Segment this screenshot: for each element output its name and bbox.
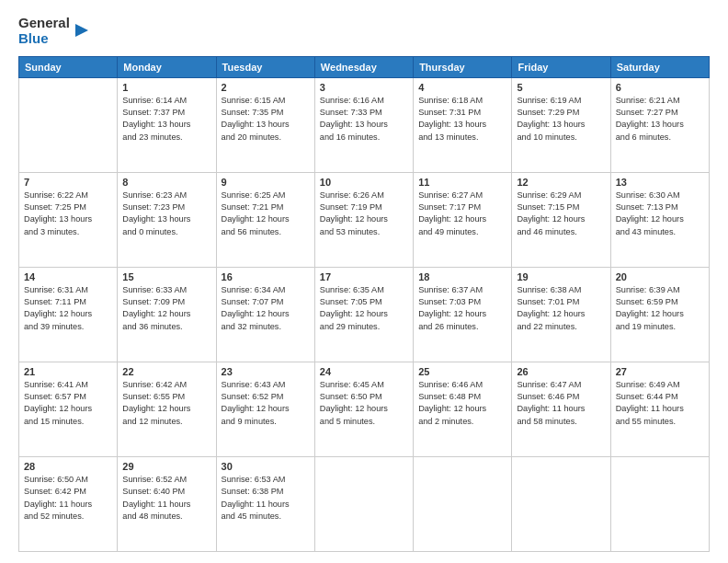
day-cell: 19Sunrise: 6:38 AM Sunset: 7:01 PM Dayli…: [512, 267, 610, 362]
day-number: 21: [24, 366, 112, 377]
day-cell: 15Sunrise: 6:33 AM Sunset: 7:09 PM Dayli…: [118, 267, 216, 362]
day-number: 11: [418, 177, 506, 188]
logo-arrow-icon: [72, 22, 88, 39]
day-cell: 9Sunrise: 6:25 AM Sunset: 7:21 PM Daylig…: [216, 172, 314, 267]
day-number: 27: [616, 366, 704, 377]
day-cell: 4Sunrise: 6:18 AM Sunset: 7:31 PM Daylig…: [414, 77, 512, 172]
day-cell: 5Sunrise: 6:19 AM Sunset: 7:29 PM Daylig…: [512, 77, 610, 172]
day-info: Sunrise: 6:30 AM Sunset: 7:13 PM Dayligh…: [616, 190, 704, 238]
day-number: 1: [122, 82, 210, 93]
day-cell: 26Sunrise: 6:47 AM Sunset: 6:46 PM Dayli…: [512, 362, 610, 456]
day-number: 5: [517, 82, 605, 93]
day-number: 30: [222, 461, 310, 472]
day-number: 26: [517, 366, 605, 377]
day-cell: 11Sunrise: 6:27 AM Sunset: 7:17 PM Dayli…: [414, 172, 512, 267]
day-info: Sunrise: 6:29 AM Sunset: 7:15 PM Dayligh…: [517, 190, 605, 238]
day-number: 19: [517, 271, 605, 282]
day-info: Sunrise: 6:26 AM Sunset: 7:19 PM Dayligh…: [320, 190, 408, 238]
header-tuesday: Tuesday: [216, 56, 314, 77]
day-info: Sunrise: 6:49 AM Sunset: 6:44 PM Dayligh…: [616, 379, 704, 428]
day-number: 29: [122, 461, 210, 472]
day-info: Sunrise: 6:45 AM Sunset: 6:50 PM Dayligh…: [320, 379, 408, 428]
header-sunday: Sunday: [19, 56, 118, 77]
day-cell: 8Sunrise: 6:23 AM Sunset: 7:23 PM Daylig…: [118, 172, 216, 267]
day-cell: 12Sunrise: 6:29 AM Sunset: 7:15 PM Dayli…: [512, 172, 610, 267]
day-number: 8: [122, 177, 210, 188]
day-info: Sunrise: 6:14 AM Sunset: 7:37 PM Dayligh…: [122, 95, 210, 144]
day-cell: 10Sunrise: 6:26 AM Sunset: 7:19 PM Dayli…: [314, 172, 413, 267]
day-cell: 16Sunrise: 6:34 AM Sunset: 7:07 PM Dayli…: [216, 267, 314, 362]
day-number: 10: [320, 177, 408, 188]
day-info: Sunrise: 6:37 AM Sunset: 7:03 PM Dayligh…: [418, 284, 506, 333]
day-cell: 28Sunrise: 6:50 AM Sunset: 6:42 PM Dayli…: [19, 456, 118, 551]
day-number: 20: [616, 271, 704, 282]
week-row-3: 14Sunrise: 6:31 AM Sunset: 7:11 PM Dayli…: [19, 267, 710, 362]
day-number: 15: [122, 271, 210, 282]
day-info: Sunrise: 6:35 AM Sunset: 7:05 PM Dayligh…: [320, 284, 408, 333]
day-cell: 3Sunrise: 6:16 AM Sunset: 7:33 PM Daylig…: [314, 77, 413, 172]
day-number: 7: [24, 177, 112, 188]
logo-graphic: General Blue: [18, 15, 88, 47]
day-number: 18: [418, 271, 506, 282]
day-number: 14: [24, 271, 112, 282]
day-cell: 25Sunrise: 6:46 AM Sunset: 6:48 PM Dayli…: [414, 362, 512, 456]
logo-text-blue: Blue: [18, 30, 70, 46]
day-info: Sunrise: 6:33 AM Sunset: 7:09 PM Dayligh…: [122, 284, 210, 333]
day-info: Sunrise: 6:41 AM Sunset: 6:57 PM Dayligh…: [24, 379, 112, 428]
day-info: Sunrise: 6:16 AM Sunset: 7:33 PM Dayligh…: [320, 95, 408, 144]
day-info: Sunrise: 6:31 AM Sunset: 7:11 PM Dayligh…: [24, 284, 112, 333]
day-info: Sunrise: 6:47 AM Sunset: 6:46 PM Dayligh…: [517, 379, 605, 428]
header-saturday: Saturday: [610, 56, 709, 77]
day-cell: 13Sunrise: 6:30 AM Sunset: 7:13 PM Dayli…: [610, 172, 709, 267]
day-number: 22: [122, 366, 210, 377]
day-cell: 18Sunrise: 6:37 AM Sunset: 7:03 PM Dayli…: [414, 267, 512, 362]
day-cell: 27Sunrise: 6:49 AM Sunset: 6:44 PM Dayli…: [610, 362, 709, 456]
header-thursday: Thursday: [414, 56, 512, 77]
day-info: Sunrise: 6:52 AM Sunset: 6:40 PM Dayligh…: [122, 474, 210, 523]
day-info: Sunrise: 6:43 AM Sunset: 6:52 PM Dayligh…: [222, 379, 310, 428]
day-cell: 1Sunrise: 6:14 AM Sunset: 7:37 PM Daylig…: [118, 77, 216, 172]
day-cell: 22Sunrise: 6:42 AM Sunset: 6:55 PM Dayli…: [118, 362, 216, 456]
logo-text-general: General: [18, 15, 70, 30]
day-info: Sunrise: 6:19 AM Sunset: 7:29 PM Dayligh…: [517, 95, 605, 144]
calendar-header-row: SundayMondayTuesdayWednesdayThursdayFrid…: [19, 56, 710, 77]
day-cell: 21Sunrise: 6:41 AM Sunset: 6:57 PM Dayli…: [19, 362, 118, 456]
week-row-2: 7Sunrise: 6:22 AM Sunset: 7:25 PM Daylig…: [19, 172, 710, 267]
day-number: 6: [616, 82, 704, 93]
day-number: 12: [517, 177, 605, 188]
calendar-table: SundayMondayTuesdayWednesdayThursdayFrid…: [18, 56, 710, 553]
day-cell: [610, 456, 709, 551]
day-number: 13: [616, 177, 704, 188]
day-number: 16: [222, 271, 310, 282]
day-number: 4: [418, 82, 506, 93]
day-info: Sunrise: 6:46 AM Sunset: 6:48 PM Dayligh…: [418, 379, 506, 428]
day-info: Sunrise: 6:50 AM Sunset: 6:42 PM Dayligh…: [24, 474, 112, 523]
day-cell: [19, 77, 118, 172]
day-cell: 2Sunrise: 6:15 AM Sunset: 7:35 PM Daylig…: [216, 77, 314, 172]
day-info: Sunrise: 6:39 AM Sunset: 6:59 PM Dayligh…: [616, 284, 704, 333]
day-number: 17: [320, 271, 408, 282]
day-number: 23: [222, 366, 310, 377]
day-cell: 30Sunrise: 6:53 AM Sunset: 6:38 PM Dayli…: [216, 456, 314, 551]
day-info: Sunrise: 6:15 AM Sunset: 7:35 PM Dayligh…: [222, 95, 310, 144]
day-cell: 6Sunrise: 6:21 AM Sunset: 7:27 PM Daylig…: [610, 77, 709, 172]
day-number: 25: [418, 366, 506, 377]
day-cell: [512, 456, 610, 551]
day-info: Sunrise: 6:42 AM Sunset: 6:55 PM Dayligh…: [122, 379, 210, 428]
day-number: 3: [320, 82, 408, 93]
logo: General Blue: [18, 15, 88, 47]
day-info: Sunrise: 6:25 AM Sunset: 7:21 PM Dayligh…: [222, 190, 310, 238]
day-number: 2: [222, 82, 310, 93]
day-cell: 14Sunrise: 6:31 AM Sunset: 7:11 PM Dayli…: [19, 267, 118, 362]
day-cell: 24Sunrise: 6:45 AM Sunset: 6:50 PM Dayli…: [314, 362, 413, 456]
day-cell: 20Sunrise: 6:39 AM Sunset: 6:59 PM Dayli…: [610, 267, 709, 362]
day-cell: 7Sunrise: 6:22 AM Sunset: 7:25 PM Daylig…: [19, 172, 118, 267]
svg-marker-0: [75, 24, 88, 37]
day-info: Sunrise: 6:53 AM Sunset: 6:38 PM Dayligh…: [222, 474, 310, 523]
day-cell: 23Sunrise: 6:43 AM Sunset: 6:52 PM Dayli…: [216, 362, 314, 456]
day-info: Sunrise: 6:18 AM Sunset: 7:31 PM Dayligh…: [418, 95, 506, 144]
header-friday: Friday: [512, 56, 610, 77]
day-number: 28: [24, 461, 112, 472]
day-info: Sunrise: 6:21 AM Sunset: 7:27 PM Dayligh…: [616, 95, 704, 144]
day-info: Sunrise: 6:27 AM Sunset: 7:17 PM Dayligh…: [418, 190, 506, 238]
